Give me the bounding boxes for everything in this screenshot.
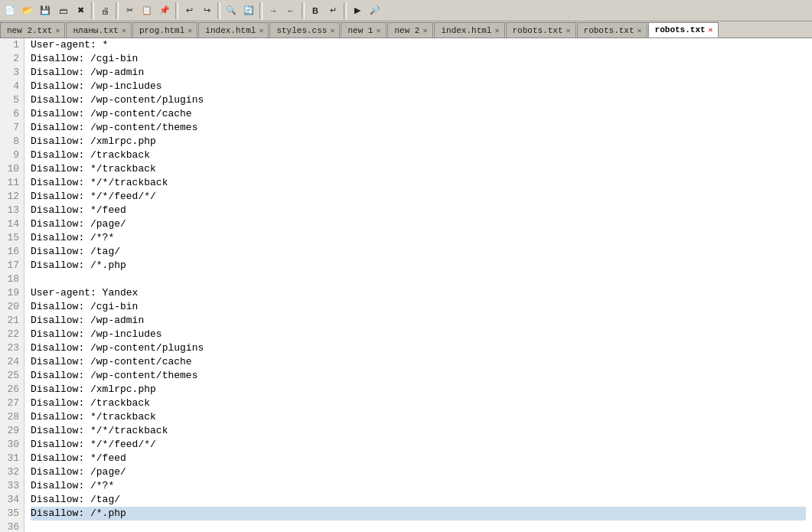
find-button[interactable]: 🔍 (223, 2, 240, 19)
sep7 (344, 2, 347, 19)
cut-button[interactable]: ✂ (121, 2, 138, 19)
paste-button[interactable]: 📌 (156, 2, 173, 19)
line-number-12: 12 (5, 190, 19, 204)
undo-button[interactable]: ↩ (181, 2, 197, 19)
tab-0[interactable]: new 2.txt✕ (0, 22, 65, 38)
tab-10[interactable]: robots.txt✕ (648, 22, 719, 38)
wordwrap-button[interactable]: ↵ (324, 2, 341, 19)
sep4 (217, 2, 220, 19)
line-number-11: 11 (5, 176, 19, 190)
line-number-8: 8 (5, 135, 19, 149)
tab-5[interactable]: new 1✕ (341, 22, 386, 38)
unindent-button[interactable]: ← (282, 2, 299, 19)
line-number-4: 4 (5, 80, 19, 93)
tab-3[interactable]: index.html✕ (198, 22, 269, 38)
tab-label: new 2.txt (7, 26, 52, 35)
tab-close-icon[interactable]: ✕ (709, 25, 713, 34)
line-number-32: 32 (5, 465, 19, 479)
tab-label: index.html (441, 26, 491, 35)
tab-2[interactable]: prog.html✕ (132, 22, 197, 38)
line-number-33: 33 (5, 479, 19, 493)
code-line-19: User-agent: Yandex (31, 286, 806, 300)
tab-label: robots.txt (655, 25, 706, 34)
sep1 (91, 2, 94, 19)
line-number-36: 36 (5, 521, 19, 532)
tab-9[interactable]: robots.txt✕ (577, 22, 647, 38)
tab-label: new 1 (347, 26, 373, 35)
line-number-19: 19 (5, 286, 19, 300)
code-line-23: Disallow: /wp-content/plugins (31, 341, 806, 355)
bold-button[interactable]: B (307, 2, 324, 19)
tab-close-icon[interactable]: ✕ (259, 26, 263, 35)
line-number-16: 16 (5, 245, 19, 259)
copy-button[interactable]: 📋 (139, 2, 155, 19)
tab-close-icon[interactable]: ✕ (330, 26, 334, 35)
code-line-13: Disallow: */feed (31, 204, 806, 217)
code-line-34: Disallow: /tag/ (31, 493, 806, 507)
tab-close-icon[interactable]: ✕ (422, 26, 427, 35)
zoom-button[interactable]: 🔎 (367, 2, 383, 19)
new-file-button[interactable]: 📄 (2, 2, 18, 19)
print-button[interactable]: 🖨 (96, 2, 113, 19)
tab-close-icon[interactable]: ✕ (376, 26, 380, 35)
line-number-27: 27 (5, 397, 19, 410)
code-line-22: Disallow: /wp-includes (31, 328, 806, 341)
code-line-20: Disallow: /cgi-bin (31, 300, 806, 314)
tab-label: new 2 (394, 26, 419, 35)
line-number-14: 14 (5, 217, 19, 231)
code-area[interactable]: User-agent: *Disallow: /cgi-binDisallow:… (24, 38, 812, 532)
code-line-31: Disallow: */feed (31, 452, 806, 465)
tab-close-icon[interactable]: ✕ (188, 26, 192, 35)
code-line-15: Disallow: /*?* (31, 231, 806, 245)
tab-7[interactable]: index.html✕ (434, 22, 504, 38)
tab-close-icon[interactable]: ✕ (55, 26, 60, 35)
line-number-1: 1 (5, 38, 19, 52)
line-number-13: 13 (5, 204, 19, 217)
tab-label: robots.txt (513, 26, 563, 35)
save-button[interactable]: 💾 (37, 2, 54, 19)
code-line-17: Disallow: /*.php (31, 259, 806, 273)
save-all-button[interactable]: 🗃 (54, 2, 71, 19)
code-line-33: Disallow: /*?* (31, 479, 806, 493)
line-number-22: 22 (5, 328, 19, 341)
indent-button[interactable]: → (265, 2, 282, 19)
line-number-30: 30 (5, 438, 19, 452)
line-number-20: 20 (5, 300, 19, 314)
open-file-button[interactable]: 📂 (19, 2, 36, 19)
tab-4[interactable]: styles.css✕ (269, 22, 340, 38)
code-line-35: Disallow: /*.php (31, 507, 806, 521)
code-line-25: Disallow: /wp-content/themes (31, 369, 806, 383)
line-number-31: 31 (5, 452, 19, 465)
tab-6[interactable]: new 2✕ (387, 22, 433, 38)
redo-button[interactable]: ↪ (198, 2, 215, 19)
code-line-16: Disallow: /tag/ (31, 245, 806, 259)
run-button[interactable]: ▶ (349, 2, 366, 19)
line-number-7: 7 (5, 121, 19, 135)
line-number-24: 24 (5, 355, 19, 369)
tab-close-icon[interactable]: ✕ (566, 26, 571, 35)
tab-close-icon[interactable]: ✕ (638, 26, 642, 35)
line-number-29: 29 (5, 424, 19, 438)
code-line-21: Disallow: /wp-admin (31, 314, 806, 328)
code-line-30: Disallow: */*/feed/*/ (31, 438, 806, 452)
code-line-9: Disallow: /trackback (31, 149, 806, 162)
code-line-7: Disallow: /wp-content/themes (31, 121, 806, 135)
sep3 (175, 2, 178, 19)
close-file-button[interactable]: ✖ (72, 2, 89, 19)
line-number-17: 17 (5, 259, 19, 273)
code-line-6: Disallow: /wp-content/cache (31, 107, 806, 121)
toolbar: 📄 📂 💾 🗃 ✖ 🖨 ✂ 📋 📌 ↩ ↪ 🔍 🔄 → ← B ↵ ▶ 🔎 (0, 0, 812, 21)
tab-label: нланы.txt (73, 26, 118, 35)
tab-1[interactable]: нланы.txt✕ (66, 22, 131, 38)
line-number-15: 15 (5, 231, 19, 245)
tab-8[interactable]: robots.txt✕ (506, 22, 576, 38)
tab-label: robots.txt (584, 26, 634, 35)
tab-close-icon[interactable]: ✕ (122, 26, 126, 35)
code-line-4: Disallow: /wp-includes (31, 80, 806, 93)
tabs-bar: new 2.txt✕нланы.txt✕prog.html✕index.html… (0, 21, 812, 38)
tab-label: prog.html (139, 26, 184, 35)
code-line-8: Disallow: /xmlrpc.php (31, 135, 806, 149)
line-number-10: 10 (5, 162, 19, 176)
replace-button[interactable]: 🔄 (240, 2, 257, 19)
tab-close-icon[interactable]: ✕ (494, 26, 499, 35)
